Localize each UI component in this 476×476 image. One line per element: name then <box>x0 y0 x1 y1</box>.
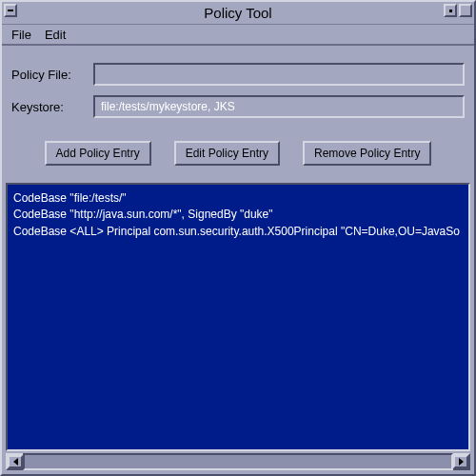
policy-file-label: Policy File: <box>11 68 93 82</box>
keystore-row: Keystore: <box>11 95 465 118</box>
button-row: Add Policy Entry Edit Policy Entry Remov… <box>11 128 465 175</box>
keystore-label: Keystore: <box>11 100 93 114</box>
triangle-left-icon <box>13 458 18 466</box>
window-menu-icon[interactable] <box>4 4 17 17</box>
horizontal-scrollbar[interactable] <box>6 453 470 470</box>
list-item[interactable]: CodeBase <ALL> Principal com.sun.securit… <box>13 224 463 240</box>
add-policy-entry-button[interactable]: Add Policy Entry <box>45 141 151 166</box>
minimize-button[interactable] <box>444 4 457 17</box>
maximize-button[interactable] <box>459 4 472 17</box>
titlebar: Policy Tool <box>2 2 474 25</box>
menubar: File Edit <box>2 25 474 46</box>
scroll-left-button[interactable] <box>8 455 23 468</box>
form-area: Policy File: Keystore: Add Policy Entry … <box>2 46 474 183</box>
policy-list-area: CodeBase "file:/tests/" CodeBase "http:/… <box>6 183 470 470</box>
edit-policy-entry-button[interactable]: Edit Policy Entry <box>174 141 280 166</box>
policy-list[interactable]: CodeBase "file:/tests/" CodeBase "http:/… <box>6 183 470 451</box>
scroll-right-button[interactable] <box>453 455 468 468</box>
list-item[interactable]: CodeBase "http://java.sun.com/*", Signed… <box>13 207 463 223</box>
policy-file-row: Policy File: <box>11 63 465 86</box>
remove-policy-entry-button[interactable]: Remove Policy Entry <box>303 141 431 166</box>
list-item[interactable]: CodeBase "file:/tests/" <box>13 190 463 207</box>
window-title: Policy Tool <box>204 5 271 21</box>
menu-edit[interactable]: Edit <box>45 28 66 42</box>
policy-tool-window: Policy Tool File Edit Policy File: Keyst… <box>0 0 476 476</box>
scroll-track[interactable] <box>23 453 453 470</box>
triangle-right-icon <box>459 458 464 466</box>
menu-file[interactable]: File <box>11 28 31 42</box>
keystore-input[interactable] <box>93 95 465 118</box>
policy-file-input[interactable] <box>93 63 465 86</box>
